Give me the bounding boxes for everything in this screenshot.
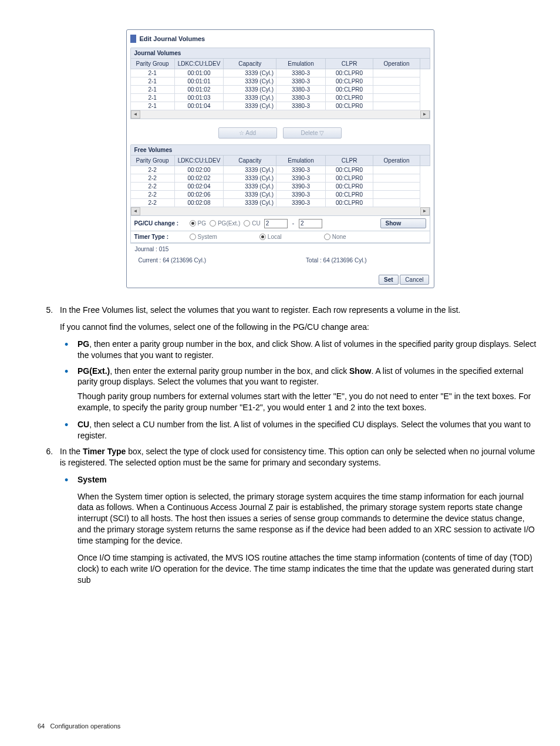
show-button[interactable]: Show <box>380 218 426 228</box>
radio-cu[interactable]: CU <box>244 220 260 227</box>
journal-info: Journal : 015 <box>130 243 430 255</box>
table-row[interactable]: 2-100:01:033339 (Cyl.)3380-300:CLPR0 <box>130 94 430 102</box>
table-row[interactable]: 2-100:01:003339 (Cyl.)3380-300:CLPR0 <box>130 69 430 77</box>
total-label: Total : 64 (213696 Cyl.) <box>306 257 366 264</box>
bullet-cu: CU, then select a CU number from the lis… <box>60 419 537 441</box>
radio-pg[interactable]: PG <box>190 220 206 227</box>
col-capacity[interactable]: Capacity <box>224 59 276 69</box>
radio-local[interactable]: Local <box>259 234 282 240</box>
scrollbar-vert[interactable] <box>420 156 430 166</box>
table-row[interactable]: 2-200:02:043339 (Cyl.)3390-300:CLPR0 <box>130 183 430 191</box>
add-button[interactable]: ☆ Add <box>218 127 277 139</box>
table-row[interactable]: 2-100:01:023339 (Cyl.)3380-300:CLPR0 <box>130 86 430 94</box>
col-ldkc[interactable]: LDKC:CU:LDEV <box>174 156 224 166</box>
col-capacity[interactable]: Capacity <box>224 156 276 166</box>
radio-pgext[interactable]: PG(Ext.) <box>210 220 240 227</box>
table-row[interactable]: 2-200:02:003339 (Cyl.)3390-300:CLPR0 <box>130 166 430 174</box>
document-body: In the Free Volumes list, select the vol… <box>23 305 537 586</box>
table-row[interactable]: 2-100:01:013339 (Cyl.)3380-300:CLPR0 <box>130 77 430 86</box>
pgcu-label: PG/CU change : <box>134 220 186 227</box>
current-label: Current : 64 (213696 Cyl.) <box>139 257 207 264</box>
page-footer: 64 Configuration operations <box>38 723 120 730</box>
scrollbar-horiz[interactable]: ◄► <box>130 110 430 119</box>
pgcu-input-1[interactable]: 2 <box>264 219 288 228</box>
table-row[interactable]: 2-200:02:023339 (Cyl.)3390-300:CLPR0 <box>130 174 430 183</box>
dialog-icon <box>130 35 136 43</box>
bullet-system: System When the System timer option is s… <box>60 474 537 586</box>
journal-volumes-header: Journal Volumes <box>130 48 430 58</box>
col-parity-group[interactable]: Parity Group <box>130 59 174 69</box>
set-button[interactable]: Set <box>379 275 399 285</box>
bullet-pgext: PG(Ext.), then enter the external parity… <box>60 366 537 414</box>
free-volumes-header: Free Volumes <box>130 144 430 155</box>
delete-button[interactable]: Delete ▽ <box>283 127 342 139</box>
scrollbar-horiz[interactable]: ◄► <box>130 207 430 216</box>
scrollbar-vert[interactable] <box>420 59 430 69</box>
col-operation[interactable]: Operation <box>373 156 420 166</box>
free-volumes-table: Parity Group LDKC:CU:LDEV Capacity Emula… <box>130 155 430 207</box>
edit-journal-volumes-dialog: Edit Journal Volumes Journal Volumes Par… <box>126 29 434 288</box>
step-6: In the Timer Type box, select the type o… <box>55 446 537 586</box>
table-row[interactable]: 2-100:01:043339 (Cyl.)3380-300:CLPR0 <box>130 102 430 110</box>
table-row[interactable]: 2-200:02:083339 (Cyl.)3390-300:CLPR0 <box>130 199 430 207</box>
bullet-pg: PG, then enter a parity group number in … <box>60 339 537 361</box>
col-parity-group[interactable]: Parity Group <box>130 156 174 166</box>
radio-system[interactable]: System <box>190 234 217 240</box>
radio-none[interactable]: None <box>324 234 346 240</box>
step-5: In the Free Volumes list, select the vol… <box>55 305 537 441</box>
col-clpr[interactable]: CLPR <box>325 59 373 69</box>
col-operation[interactable]: Operation <box>373 59 420 69</box>
col-emulation[interactable]: Emulation <box>276 59 326 69</box>
col-ldkc[interactable]: LDKC:CU:LDEV <box>174 59 224 69</box>
timer-type-label: Timer Type : <box>134 234 186 240</box>
col-clpr[interactable]: CLPR <box>325 156 373 166</box>
cancel-button[interactable]: Cancel <box>400 275 429 285</box>
dialog-title: Edit Journal Volumes <box>140 35 205 42</box>
pgcu-input-2[interactable]: 2 <box>299 219 322 228</box>
journal-volumes-table: Parity Group LDKC:CU:LDEV Capacity Emula… <box>130 58 430 110</box>
table-row[interactable]: 2-200:02:063339 (Cyl.)3390-300:CLPR0 <box>130 191 430 199</box>
col-emulation[interactable]: Emulation <box>276 156 326 166</box>
